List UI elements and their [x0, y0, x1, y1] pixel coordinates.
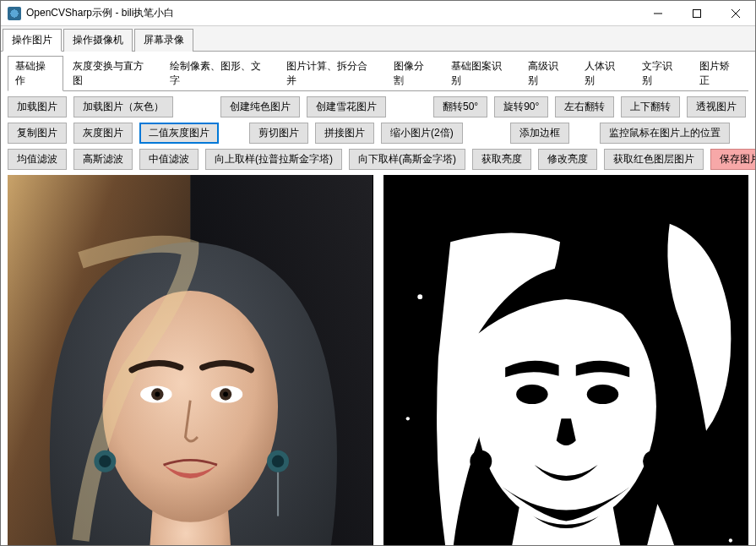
source-image — [8, 175, 373, 545]
subtab-compute-split[interactable]: 图片计算、拆分合并 — [279, 56, 384, 91]
toolbar-row-2: 复制图片 灰度图片 二值灰度图片 剪切图片 拼接图片 缩小图片(2倍) 添加边框… — [8, 123, 748, 144]
subtab-gray-histogram[interactable]: 灰度变换与直方图 — [65, 56, 160, 91]
subtab-body-recognition[interactable]: 人体识别 — [577, 56, 633, 91]
result-image — [383, 175, 748, 545]
create-solid-image-button[interactable]: 创建纯色图片 — [220, 96, 300, 117]
set-brightness-button[interactable]: 修改亮度 — [538, 149, 597, 170]
monitor-mouse-button[interactable]: 监控鼠标在图片上的位置 — [600, 123, 730, 144]
window-title: OpenCVSharp示例 - bili执笔小白 — [26, 6, 639, 20]
svg-point-28 — [728, 538, 732, 542]
secondary-tabs: 基础操作 灰度变换与直方图 绘制像素、图形、文字 图片计算、拆分合并 图像分割 … — [8, 55, 748, 91]
toolbar: 加载图片 加载图片（灰色） 创建纯色图片 创建雪花图片 翻转50° 旋转90° … — [8, 96, 748, 170]
svg-point-23 — [643, 450, 665, 472]
stitch-image-button[interactable]: 拼接图片 — [315, 123, 374, 144]
image-area — [8, 175, 748, 545]
add-border-button[interactable]: 添加边框 — [510, 123, 569, 144]
downsample-button[interactable]: 向下取样(高斯金字塔) — [349, 149, 465, 170]
subtab-text-recognition[interactable]: 文字识别 — [634, 56, 690, 91]
tab-operate-image[interactable]: 操作图片 — [3, 29, 62, 52]
app-window: OpenCVSharp示例 - bili执笔小白 操作图片 操作摄像机 屏幕录像… — [0, 0, 756, 546]
subtab-basic-recognition[interactable]: 基础图案识别 — [443, 56, 519, 91]
mean-filter-button[interactable]: 均值滤波 — [8, 149, 67, 170]
subtab-advanced-recognition[interactable]: 高级识别 — [520, 56, 576, 91]
svg-point-30 — [417, 294, 422, 299]
subtab-correction[interactable]: 图片矫正 — [692, 56, 748, 91]
svg-point-10 — [155, 392, 160, 397]
toolbar-row-3: 均值滤波 高斯滤波 中值滤波 向上取样(拉普拉斯金字塔) 向下取样(高斯金字塔)… — [8, 149, 748, 170]
subtab-segment[interactable]: 图像分割 — [386, 56, 442, 91]
upsample-button[interactable]: 向上取样(拉普拉斯金字塔) — [205, 149, 342, 170]
result-image-panel — [383, 175, 749, 545]
toolbar-row-1: 加载图片 加载图片（灰色） 创建纯色图片 创建雪花图片 翻转50° 旋转90° … — [8, 96, 748, 117]
get-red-layer-button[interactable]: 获取红色图层图片 — [604, 149, 704, 170]
gaussian-filter-button[interactable]: 高斯滤波 — [73, 149, 133, 170]
rotate-90-button[interactable]: 旋转90° — [494, 96, 548, 117]
tab-screen-record[interactable]: 屏幕录像 — [134, 29, 193, 52]
svg-point-15 — [272, 456, 284, 467]
load-image-button[interactable]: 加载图片 — [8, 96, 67, 117]
svg-point-20 — [516, 385, 547, 404]
titlebar: OpenCVSharp示例 - bili执笔小白 — [1, 1, 755, 26]
flip-50-button[interactable]: 翻转50° — [433, 96, 487, 117]
perspective-button[interactable]: 透视图片 — [687, 96, 746, 117]
subtab-basic[interactable]: 基础操作 — [8, 56, 63, 91]
get-brightness-button[interactable]: 获取亮度 — [472, 149, 531, 170]
load-image-gray-button[interactable]: 加载图片（灰色） — [73, 96, 173, 117]
svg-point-22 — [470, 450, 492, 472]
create-snow-image-button[interactable]: 创建雪花图片 — [307, 96, 386, 117]
svg-rect-1 — [693, 9, 701, 17]
svg-point-21 — [586, 385, 617, 404]
save-image-button[interactable]: 保存图片 — [710, 149, 755, 170]
minimize-button[interactable] — [639, 1, 677, 26]
copy-image-button[interactable]: 复制图片 — [8, 123, 67, 144]
svg-point-13 — [99, 456, 111, 467]
subtab-draw[interactable]: 绘制像素、图形、文字 — [162, 56, 278, 91]
flip-horizontal-button[interactable]: 左右翻转 — [555, 96, 614, 117]
svg-point-29 — [405, 417, 409, 420]
gray-image-button[interactable]: 灰度图片 — [73, 123, 133, 144]
median-filter-button[interactable]: 中值滤波 — [139, 149, 199, 170]
flip-vertical-button[interactable]: 上下翻转 — [621, 96, 680, 117]
binary-gray-button[interactable]: 二值灰度图片 — [139, 123, 219, 144]
source-image-panel — [8, 175, 373, 545]
app-icon — [8, 7, 21, 20]
maximize-button[interactable] — [677, 1, 716, 26]
primary-tabs: 操作图片 操作摄像机 屏幕录像 — [1, 26, 755, 52]
close-button[interactable] — [716, 1, 755, 26]
content-area: 基础操作 灰度变换与直方图 绘制像素、图形、文字 图片计算、拆分合并 图像分割 … — [1, 52, 755, 545]
svg-point-11 — [223, 392, 228, 397]
tab-operate-camera[interactable]: 操作摄像机 — [63, 29, 133, 52]
shrink-image-button[interactable]: 缩小图片(2倍) — [381, 123, 463, 144]
cut-image-button[interactable]: 剪切图片 — [249, 123, 308, 144]
